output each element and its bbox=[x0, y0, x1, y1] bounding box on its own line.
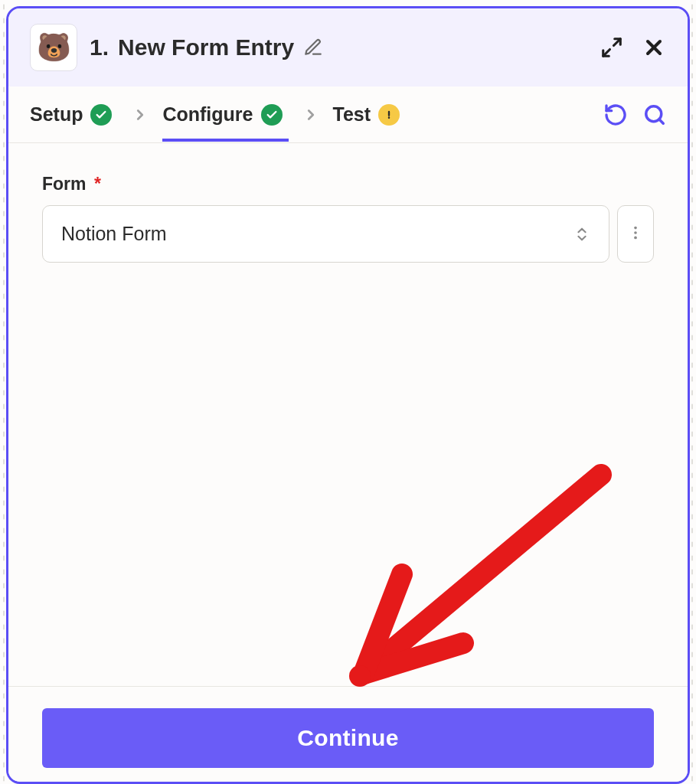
svg-point-10 bbox=[634, 236, 637, 239]
tab-configure[interactable]: Configure bbox=[162, 88, 288, 141]
title-wrap: 1. New Form Entry bbox=[90, 34, 588, 60]
pencil-icon[interactable] bbox=[303, 38, 323, 57]
search-icon[interactable] bbox=[643, 103, 666, 126]
configure-content: Form * Notion Form bbox=[8, 143, 688, 686]
field-more-button[interactable] bbox=[617, 205, 654, 263]
svg-point-8 bbox=[634, 226, 637, 229]
tab-label: Configure bbox=[162, 103, 253, 126]
select-caret-icon bbox=[573, 226, 590, 243]
step-modal: 🐻 1. New Form Entry Setup bbox=[6, 6, 690, 784]
modal-header: 🐻 1. New Form Entry bbox=[8, 8, 688, 87]
svg-point-9 bbox=[634, 231, 637, 234]
tab-test[interactable]: Test bbox=[333, 88, 407, 141]
tabs-row: Setup Configure Test bbox=[8, 87, 688, 143]
step-number: 1. bbox=[90, 34, 109, 60]
check-icon bbox=[90, 104, 112, 126]
app-icon-glyph: 🐻 bbox=[37, 31, 71, 64]
tab-label: Setup bbox=[30, 103, 83, 126]
tabs-right-actions bbox=[603, 103, 666, 127]
field-row: Notion Form bbox=[42, 205, 654, 263]
expand-icon[interactable] bbox=[600, 36, 623, 59]
chevron-right-icon bbox=[295, 106, 327, 123]
background-dots-right bbox=[690, 0, 694, 784]
check-icon bbox=[261, 104, 283, 126]
select-value: Notion Form bbox=[61, 223, 167, 245]
exclamation-icon bbox=[378, 104, 400, 126]
app-icon: 🐻 bbox=[30, 24, 77, 71]
undo-icon[interactable] bbox=[603, 103, 628, 127]
step-title: New Form Entry bbox=[118, 34, 294, 60]
tab-setup[interactable]: Setup bbox=[30, 88, 118, 141]
svg-line-7 bbox=[659, 119, 663, 122]
more-vertical-icon bbox=[627, 224, 644, 244]
required-star: * bbox=[94, 174, 101, 194]
chevron-right-icon bbox=[124, 106, 156, 123]
header-actions bbox=[600, 35, 666, 60]
close-icon[interactable] bbox=[642, 35, 666, 60]
modal-footer: Continue bbox=[8, 686, 688, 782]
field-label: Form * bbox=[42, 174, 654, 194]
field-label-text: Form bbox=[42, 174, 87, 194]
continue-button[interactable]: Continue bbox=[42, 708, 654, 768]
tab-label: Test bbox=[333, 103, 371, 126]
form-select[interactable]: Notion Form bbox=[42, 205, 609, 263]
